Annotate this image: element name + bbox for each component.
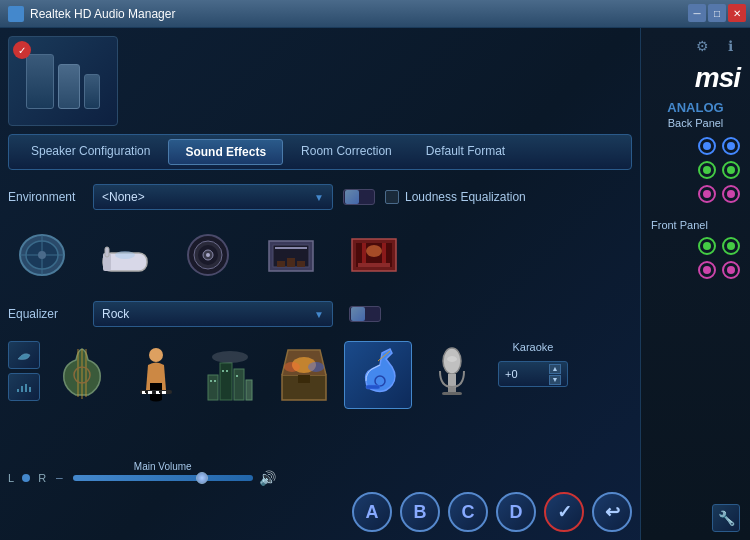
svg-rect-40 — [145, 391, 147, 393]
top-section: ✓ — [8, 36, 632, 126]
jack-row-3 — [651, 185, 740, 203]
minimize-button[interactable]: ─ — [688, 4, 706, 22]
karaoke-label: Karaoke — [513, 341, 554, 353]
svg-rect-29 — [29, 387, 31, 392]
eq-side-btn-1[interactable] — [8, 341, 40, 369]
env-icon-default[interactable] — [8, 228, 76, 283]
tab-sound-effects[interactable]: Sound Effects — [168, 139, 283, 165]
close-button[interactable]: ✕ — [728, 4, 746, 22]
loudness-checkbox[interactable] — [385, 190, 399, 204]
speaker-icon-box: ✓ — [8, 36, 118, 126]
jack-inner-2 — [727, 142, 735, 150]
svg-point-25 — [366, 245, 382, 257]
svg-point-8 — [115, 251, 135, 259]
microphone-icon — [426, 345, 478, 405]
speaker-subwoofer — [26, 54, 54, 109]
svg-rect-64 — [442, 392, 462, 395]
env-icon-concert[interactable] — [340, 228, 408, 283]
equalizer-toggle[interactable] — [349, 306, 381, 322]
svg-point-56 — [308, 362, 324, 372]
environment-toggle[interactable] — [343, 189, 375, 205]
env-icon-bathroom[interactable] — [91, 228, 159, 283]
sidebar-top-icons: ⚙ ℹ — [692, 36, 744, 56]
jack-back-5[interactable] — [698, 185, 716, 203]
environment-icons — [8, 224, 632, 287]
eq-icon-piano[interactable] — [122, 341, 190, 409]
jack-back-3[interactable] — [698, 161, 716, 179]
volume-thumb[interactable] — [196, 472, 208, 484]
svg-rect-16 — [277, 261, 285, 267]
wrench-button[interactable]: 🔧 — [712, 504, 740, 532]
action-button-back[interactable]: ↩ — [592, 492, 632, 532]
eq-icon-live[interactable] — [270, 341, 338, 409]
guitar-icon — [56, 345, 108, 405]
info-button[interactable]: ℹ — [720, 36, 740, 56]
speaker-visual — [26, 54, 100, 109]
env-icon-room[interactable] — [174, 228, 242, 283]
jack-front-3[interactable] — [698, 261, 716, 279]
jack-inner-4 — [727, 166, 735, 174]
svg-rect-18 — [297, 261, 305, 267]
bar-chart-icon — [16, 381, 32, 393]
front-panel-jacks — [647, 237, 744, 279]
eq-side-btn-2[interactable] — [8, 373, 40, 401]
env-icon-theater[interactable] — [257, 228, 325, 283]
eq-dropdown-arrow-icon: ▼ — [314, 309, 324, 320]
jack-back-4[interactable] — [722, 161, 740, 179]
environment-dropdown[interactable]: <None> ▼ — [93, 184, 333, 210]
maximize-button[interactable]: □ — [708, 4, 726, 22]
tab-speaker-configuration[interactable]: Speaker Configuration — [15, 139, 166, 165]
eq-icon-guitar[interactable] — [48, 341, 116, 409]
svg-rect-28 — [25, 384, 27, 392]
loudness-equalization-group: Loudness Equalization — [385, 190, 526, 204]
action-button-b[interactable]: B — [400, 492, 440, 532]
action-button-a[interactable]: A — [352, 492, 392, 532]
jack-front-1[interactable] — [698, 237, 716, 255]
action-button-d[interactable]: D — [496, 492, 536, 532]
speaker-checkmark: ✓ — [13, 41, 31, 59]
svg-rect-48 — [214, 380, 216, 382]
karaoke-decrement[interactable]: ▼ — [549, 375, 561, 385]
svg-rect-63 — [448, 388, 456, 392]
svg-rect-60 — [366, 385, 380, 389]
action-button-c[interactable]: C — [448, 492, 488, 532]
eq-icon-pop[interactable] — [196, 341, 264, 409]
dropdown-arrow-icon: ▼ — [314, 192, 324, 203]
jack-back-1[interactable] — [698, 137, 716, 155]
volume-container: Main Volume — [73, 475, 253, 481]
volume-label: Main Volume — [134, 461, 192, 472]
speaker-small — [84, 74, 100, 109]
karaoke-increment[interactable]: ▲ — [549, 364, 561, 374]
bathtub-icon — [99, 233, 151, 278]
jack-back-2[interactable] — [722, 137, 740, 155]
volume-track[interactable] — [73, 475, 253, 481]
svg-point-34 — [149, 348, 163, 362]
app-icon — [8, 6, 24, 22]
svg-rect-47 — [210, 380, 212, 382]
jack-front-2[interactable] — [722, 237, 740, 255]
equalizer-dropdown[interactable]: Rock ▼ — [93, 301, 333, 327]
titlebar-controls: ─ □ ✕ — [688, 4, 746, 22]
eq-icon-karaoke[interactable] — [418, 341, 486, 409]
equalizer-row: Equalizer Rock ▼ — [8, 297, 632, 331]
action-button-check[interactable]: ✓ — [544, 492, 584, 532]
svg-rect-27 — [21, 386, 23, 392]
tab-room-correction[interactable]: Room Correction — [285, 139, 408, 165]
jack-back-6[interactable] — [722, 185, 740, 203]
svg-rect-50 — [226, 370, 228, 372]
jack-front-4[interactable] — [722, 261, 740, 279]
front-jack-inner-3 — [703, 266, 711, 274]
karaoke-control: Karaoke +0 ▲ ▼ — [498, 341, 568, 387]
front-jack-row-1 — [651, 237, 740, 255]
toggle-knob — [345, 190, 359, 204]
equalizer-label: Equalizer — [8, 307, 83, 321]
karaoke-spinner: +0 ▲ ▼ — [498, 361, 568, 387]
svg-rect-57 — [298, 375, 310, 383]
app-title: Realtek HD Audio Manager — [30, 7, 175, 21]
svg-rect-46 — [246, 380, 252, 400]
msi-logo: msi — [695, 62, 744, 94]
eq-icon-rock[interactable] — [344, 341, 412, 409]
tab-default-format[interactable]: Default Format — [410, 139, 521, 165]
gear-button[interactable]: ⚙ — [692, 36, 712, 56]
jack-inner-1 — [703, 142, 711, 150]
